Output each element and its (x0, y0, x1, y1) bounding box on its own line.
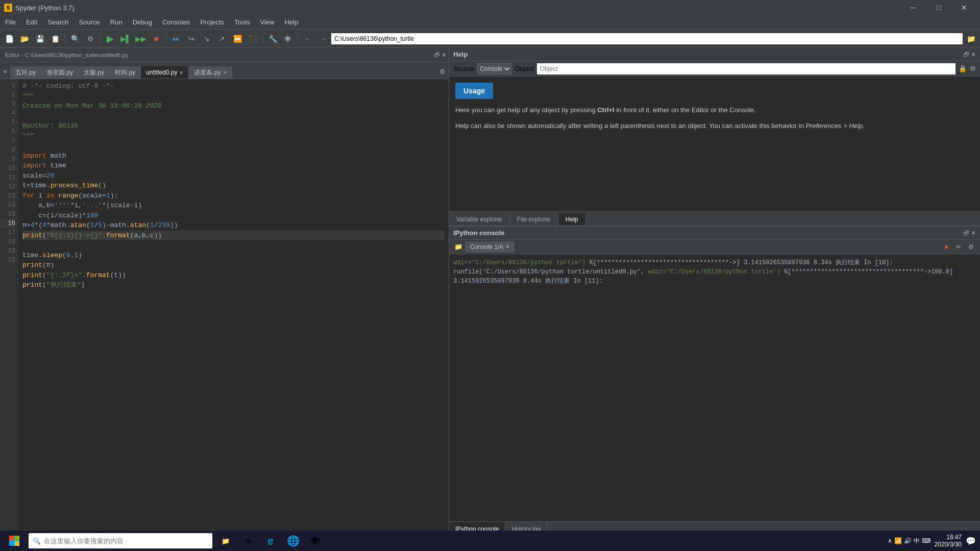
help-source-select[interactable]: Console (477, 63, 511, 74)
menu-tools[interactable]: Tools (229, 16, 255, 28)
console-folder-icon[interactable]: 📁 (453, 243, 463, 251)
help-header: Help 🗗 ✕ (449, 48, 980, 61)
minimize-button[interactable]: ─ (901, 0, 925, 15)
console-stop-button[interactable]: ■ (941, 242, 951, 252)
find-button[interactable]: 🔍 (68, 32, 82, 46)
console-float-button[interactable]: 🗗 (963, 230, 969, 237)
console-close-button[interactable]: ✕ (971, 230, 976, 237)
editor-settings-icon[interactable]: ⚙ (439, 68, 446, 76)
path-input[interactable] (331, 33, 963, 44)
tab-jindutiao-close[interactable]: ✕ (223, 70, 227, 76)
tab-jindutiao-label: 进度条.py (194, 68, 220, 77)
taskbar-spyder[interactable]: 🕷 (306, 532, 325, 550)
menu-projects[interactable]: Projects (195, 16, 229, 28)
stop-debug-button[interactable]: ⬛ (246, 32, 260, 46)
editor-float-button[interactable]: 🗗 (434, 52, 440, 59)
menu-view[interactable]: View (255, 16, 279, 28)
step-button[interactable]: ↪ (184, 32, 199, 46)
tab-taiji-label: 太极.py (84, 68, 104, 77)
console-output[interactable]: wdir='C:/Users/86136/python turtle') %[*… (449, 254, 980, 521)
titlebar: S Spyder (Python 3.7) ─ □ ✕ (0, 0, 980, 15)
tab-shijian[interactable]: 时间.py (110, 66, 141, 79)
taskbar-store[interactable]: 🛍 (239, 532, 257, 550)
taskbar-left: 🔍 📁 🛍 e 🌐 🕷 (4, 531, 325, 551)
nav-forward-button[interactable]: → (316, 32, 330, 46)
stop-button[interactable]: ■ (149, 32, 163, 46)
tab-variable-explorer[interactable]: Variable explorer (449, 213, 510, 226)
help-source-label: Source (453, 65, 474, 72)
tray-volume-icon[interactable]: 🔊 (904, 537, 912, 544)
tab-untitled0[interactable]: untitled0.py ✕ (141, 66, 189, 79)
menu-file[interactable]: File (0, 16, 21, 28)
editor-tabs-bar: Editor - C:\Users\86136\python_turtle\un… (0, 48, 449, 62)
taskbar-explorer[interactable]: 📁 (216, 532, 235, 550)
console-settings-button[interactable]: ⚙ (966, 242, 976, 252)
save-file-button[interactable]: 💾 (33, 32, 47, 46)
code-area: 12345 678910 1112131415 16 17181920 # -*… (0, 79, 449, 536)
menu-search[interactable]: Search (42, 16, 74, 28)
tab-jindutiao[interactable]: 进度条.py ✕ (189, 66, 232, 79)
taskbar: 🔍 📁 🛍 e 🌐 🕷 ∧ 📶 🔊 中 ⌨ 18:47 2020/3/30 💬 (0, 531, 980, 551)
taskbar-search-input[interactable] (44, 537, 208, 545)
console-edit-button[interactable]: ✏ (953, 242, 964, 252)
windows-icon (9, 536, 19, 546)
taskbar-chrome[interactable]: 🌐 (284, 532, 302, 550)
help-object-input[interactable] (537, 63, 955, 74)
console-1a-tab[interactable]: Console 1/A ✕ (465, 242, 514, 252)
step-out-button[interactable]: ↗ (215, 32, 229, 46)
taskbar-edge[interactable]: e (261, 532, 280, 550)
debug-button[interactable]: ⏭ (169, 32, 183, 46)
menu-edit[interactable]: Edit (21, 16, 42, 28)
run-button[interactable]: ▶ (103, 32, 117, 46)
tab-file-explorer[interactable]: File explorer (510, 213, 558, 226)
save-all-button[interactable]: 📋 (48, 32, 62, 46)
run-cell-advance-button[interactable]: ▶▶ (134, 32, 148, 46)
menu-run[interactable]: Run (105, 16, 128, 28)
editor-panel: Editor - C:\Users\86136\python_turtle\un… (0, 48, 449, 536)
console-toolbar: 📁 Console 1/A ✕ ■ ✏ ⚙ (449, 240, 980, 254)
tab-list-button[interactable]: ≡ (0, 64, 10, 79)
console-title: IPython console (453, 229, 504, 237)
editor-panel-controls: 🗗 ✕ (434, 52, 447, 59)
continue-button[interactable]: ⏩ (230, 32, 244, 46)
spyder-icon[interactable]: 🕷 (281, 32, 295, 46)
tab-taiji[interactable]: 太极.py (79, 66, 110, 79)
tab-jianbianyuan[interactable]: 渐变圆.py (41, 66, 79, 79)
help-close-button[interactable]: ✕ (971, 51, 976, 58)
help-settings-icon[interactable]: ⚙ (970, 65, 976, 72)
notification-button[interactable]: 💬 (966, 536, 976, 546)
console-1a-label: Console 1/A (470, 243, 503, 251)
open-file-button[interactable]: 📂 (17, 32, 32, 46)
clock[interactable]: 18:47 2020/3/30 (935, 534, 962, 548)
help-lock-icon[interactable]: 🔒 (959, 65, 967, 72)
clock-date: 2020/3/30 (935, 541, 962, 548)
menu-help[interactable]: Help (279, 16, 303, 28)
nav-back-button[interactable]: ← (301, 32, 315, 46)
help-float-button[interactable]: 🗗 (963, 51, 969, 58)
tray-network-icon[interactable]: 📶 (894, 537, 902, 544)
preferences-button[interactable]: ⚙ (83, 32, 97, 46)
tab-untitled0-close[interactable]: ✕ (179, 70, 183, 76)
taskbar-search-bar[interactable]: 🔍 (29, 533, 212, 548)
maximize-button[interactable]: □ (927, 0, 950, 15)
console-1a-close[interactable]: ✕ (505, 244, 509, 249)
menu-source[interactable]: Source (74, 16, 105, 28)
tray-chevron-icon[interactable]: ∧ (888, 537, 892, 544)
folder-open-button[interactable]: 📁 (964, 32, 978, 46)
tab-help[interactable]: Help (558, 213, 586, 226)
editor-title: Editor - C:\Users\86136\python_turtle\un… (2, 52, 131, 58)
tab-wuhuan[interactable]: 五环.py (10, 66, 41, 79)
code-editor[interactable]: # -*- coding: utf-8 -*- """ Created on M… (18, 79, 449, 536)
editor-close-button[interactable]: ✕ (442, 52, 447, 59)
step-into-button[interactable]: ↘ (200, 32, 214, 46)
app-title: S Spyder (Python 3.7) (4, 4, 75, 12)
new-file-button[interactable]: 📄 (2, 32, 16, 46)
start-button[interactable] (4, 531, 24, 551)
window-controls: ─ □ ✕ (901, 0, 976, 15)
menu-consoles[interactable]: Consoles (157, 16, 195, 28)
menu-debug[interactable]: Debug (128, 16, 157, 28)
profile-button[interactable]: 🔧 (265, 32, 280, 46)
run-cell-button[interactable]: ▶▌ (118, 32, 133, 46)
app-title-text: Spyder (Python 3.7) (15, 4, 75, 12)
close-button[interactable]: ✕ (952, 0, 976, 15)
